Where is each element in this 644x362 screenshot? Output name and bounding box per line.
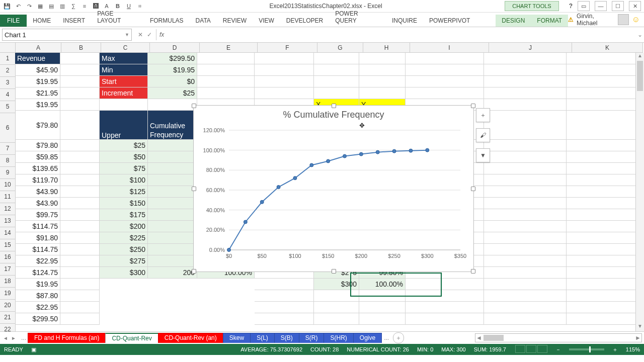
cell-J8[interactable]: [484, 151, 567, 163]
cell-C2[interactable]: Min: [100, 64, 148, 76]
cell-E3[interactable]: [197, 76, 255, 87]
cell-C17[interactable]: $275: [100, 255, 148, 267]
column-header-K[interactable]: K: [572, 43, 643, 53]
cell-G4[interactable]: [314, 87, 359, 99]
chart-styles-button[interactable]: 🖌: [476, 128, 490, 142]
column-header-J[interactable]: J: [489, 43, 572, 53]
cell-C14[interactable]: $200: [100, 221, 148, 232]
tab-data[interactable]: DATA: [190, 15, 217, 27]
cell-K13[interactable]: [567, 209, 637, 221]
cell-A3[interactable]: $19.95: [15, 76, 60, 87]
cell-I3[interactable]: [406, 76, 484, 87]
cell-J15[interactable]: [484, 232, 567, 244]
cell-F3[interactable]: [255, 76, 314, 87]
cell-E4[interactable]: [197, 87, 255, 99]
cell-B18[interactable]: [60, 267, 100, 279]
cell-C7[interactable]: $25: [100, 140, 148, 151]
cell-B4[interactable]: [60, 87, 100, 99]
cell-E1[interactable]: [197, 53, 255, 64]
cell-A19[interactable]: $19.95: [15, 279, 60, 290]
qat-btn[interactable]: ▤: [47, 2, 55, 10]
cell-A1[interactable]: Revenue: [15, 53, 60, 64]
chart-plot-area[interactable]: 0.00%20.00%40.00%60.00%80.00%100.00%120.…: [194, 120, 473, 269]
cell-A20[interactable]: $87.80: [15, 290, 60, 302]
row-header-7[interactable]: 7: [0, 143, 16, 155]
cell-A11[interactable]: $43.90: [15, 186, 60, 198]
cell-A22[interactable]: $299.50: [15, 313, 60, 325]
cell-F4[interactable]: [255, 87, 314, 99]
cell-C16[interactable]: $250: [100, 244, 148, 255]
cell-B13[interactable]: [60, 209, 100, 221]
row-header-14[interactable]: 14: [0, 227, 16, 239]
cell-D8[interactable]: [148, 151, 197, 163]
cell-A7[interactable]: $79.80: [15, 140, 60, 151]
qat-save-icon[interactable]: 💾: [3, 2, 11, 10]
cell-J16[interactable]: [484, 244, 567, 255]
cell-F22[interactable]: [255, 313, 314, 325]
cell-H22[interactable]: [359, 313, 406, 325]
row-header-18[interactable]: 18: [0, 276, 16, 288]
row-header-4[interactable]: 4: [0, 89, 16, 101]
cell-J10[interactable]: [484, 174, 567, 186]
row-header-1[interactable]: 1: [0, 53, 16, 65]
cell-B22[interactable]: [60, 313, 100, 325]
cell-A17[interactable]: $22.95: [15, 255, 60, 267]
new-sheet-button[interactable]: ＋: [393, 332, 404, 343]
formula-bar-input[interactable]: [167, 29, 636, 40]
cell-B20[interactable]: [60, 290, 100, 302]
column-header-C[interactable]: C: [101, 43, 150, 53]
sheet-tab[interactable]: S(L): [250, 333, 275, 343]
cell-K15[interactable]: [567, 232, 637, 244]
tabs-overflow-right[interactable]: ...: [382, 334, 391, 341]
column-header-I[interactable]: I: [410, 43, 489, 53]
cell-K17[interactable]: [567, 255, 637, 267]
cell-K4[interactable]: [567, 87, 637, 99]
user-avatar[interactable]: [618, 14, 628, 25]
cell-A10[interactable]: $119.70: [15, 174, 60, 186]
tab-inquire[interactable]: INQUIRE: [386, 15, 423, 27]
qat-btn[interactable]: ≡: [80, 2, 89, 10]
cell-C18[interactable]: $300: [100, 267, 148, 279]
cell-A12[interactable]: $43.90: [15, 198, 60, 209]
zoom-level[interactable]: 115%: [626, 346, 640, 352]
cell-C1[interactable]: Max: [100, 53, 148, 64]
tab-review[interactable]: REVIEW: [217, 15, 253, 27]
cell-A14[interactable]: $114.75: [15, 221, 60, 232]
cell-K20[interactable]: [567, 290, 637, 302]
chart-elements-button[interactable]: ＋: [476, 108, 490, 122]
cancel-formula-icon[interactable]: ✕: [138, 31, 143, 38]
cell-K10[interactable]: [567, 174, 637, 186]
cell-A2[interactable]: $45.90: [15, 64, 60, 76]
tab-scroll-next-icon[interactable]: ►: [10, 334, 17, 341]
cell-J5[interactable]: [484, 99, 567, 111]
tab-formulas[interactable]: FORMULAS: [144, 15, 190, 27]
cell-K14[interactable]: [567, 221, 637, 232]
cell-B8[interactable]: [60, 151, 100, 163]
cell-F21[interactable]: [255, 302, 314, 313]
vertical-scrollbar[interactable]: ▲ ▼: [635, 53, 644, 331]
cell-G1[interactable]: [314, 53, 359, 64]
row-header-9[interactable]: 9: [0, 167, 16, 179]
name-box-dropdown-icon[interactable]: ▼: [125, 32, 129, 37]
cell-B1[interactable]: [60, 53, 100, 64]
zoom-slider[interactable]: [569, 348, 604, 350]
qat-redo-icon[interactable]: ↷: [25, 2, 33, 10]
cell-D15[interactable]: [148, 232, 197, 244]
qat-btn[interactable]: ▦: [36, 2, 44, 10]
row-header-17[interactable]: 17: [0, 263, 16, 276]
cell-C11[interactable]: $125: [100, 186, 148, 198]
row-header-19[interactable]: 19: [0, 288, 16, 300]
cell-C3[interactable]: Start: [100, 76, 148, 87]
cell-D4[interactable]: $25: [148, 87, 197, 99]
column-header-H[interactable]: H: [363, 43, 410, 53]
cell-B21[interactable]: [60, 302, 100, 313]
maximize-button[interactable]: ☐: [612, 1, 624, 11]
cell-J21[interactable]: [484, 302, 567, 313]
cell-K21[interactable]: [567, 302, 637, 313]
sheet-tab[interactable]: Skew: [223, 333, 251, 343]
file-tab[interactable]: FILE: [0, 15, 27, 27]
cell-G22[interactable]: [314, 313, 359, 325]
cell-I19[interactable]: [406, 279, 484, 290]
cell-A9[interactable]: $139.65: [15, 163, 60, 174]
cell-J4[interactable]: [484, 87, 567, 99]
